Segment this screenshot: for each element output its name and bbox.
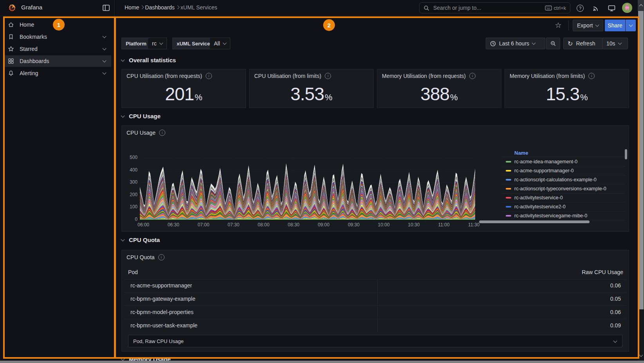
legend-item[interactable]: rc-acme-supportmanager-0 (502, 166, 625, 175)
refresh-button[interactable]: ↻ Refresh (563, 38, 602, 49)
y-axis-tick-label: 0 (123, 217, 137, 222)
chevron-down-icon[interactable] (103, 71, 107, 75)
user-avatar[interactable] (622, 3, 632, 13)
window-bottom-edge (0, 361, 644, 363)
table-cell-pod: rc-bpmn-model-properties (130, 309, 194, 315)
x-axis-tick-label: 08:30 (285, 222, 302, 228)
refresh-interval-picker[interactable]: 10s (602, 38, 628, 49)
column-header-pod[interactable]: Pod (128, 269, 138, 275)
top-navigation-bar: Grafana Home Dashboards xUML Services ct… (0, 0, 644, 16)
table-cell-pod: rc-acme-supportmanager (130, 282, 192, 289)
annotation-badge-1: 1 (53, 19, 65, 31)
search-input[interactable] (432, 4, 542, 11)
annotation-badge-2: 2 (323, 19, 335, 31)
cpu-quota-panel: CPU Quota i Pod Raw CPU Usage rc-acme-su… (121, 250, 629, 352)
column-header-raw-cpu-usage[interactable]: Raw CPU Usage (582, 269, 623, 275)
legend-vertical-scrollbar[interactable] (625, 149, 627, 159)
table-cell-pod: rc-bpmn-user-task-example (130, 322, 197, 329)
x-axis-tick-label: 06:30 (165, 222, 182, 228)
section-cpu-usage[interactable]: CPU Usage (121, 113, 161, 119)
chevron-down-icon[interactable] (103, 47, 107, 51)
search-bar[interactable]: ctrl+k (419, 2, 570, 13)
legend-item[interactable]: rc-activitytestservicegame-mibe-0 (502, 211, 625, 220)
x-axis-tick-label: 10:00 (375, 222, 393, 228)
scrollbar-down-arrow[interactable] (638, 351, 644, 360)
time-range-picker[interactable]: Last 6 hours (486, 38, 545, 49)
table-row: rc-bpmn-model-properties0.06 (124, 306, 626, 319)
zoom-out-button[interactable] (546, 38, 560, 49)
grafana-logo-icon[interactable] (8, 4, 16, 12)
table-cell-raw-cpu-usage: 0.09 (610, 322, 621, 329)
legend-item[interactable]: rc-activitytestservice-0 (502, 193, 625, 202)
export-button[interactable]: Export (573, 20, 603, 31)
sidebar-toggle-icon[interactable] (103, 5, 110, 11)
stat-panel-0: CPU Utilisation (from requests)i201% (121, 69, 246, 108)
info-icon[interactable]: i (588, 73, 595, 79)
section-cpu-quota[interactable]: CPU Quota (121, 237, 160, 243)
stat-panel-title: Memory Utilisation (from limits)i (510, 73, 595, 79)
series-color-swatch-icon (506, 170, 511, 172)
sidebar-item-dashboards[interactable]: Dashboards (5, 55, 111, 67)
share-caret-button[interactable] (626, 20, 636, 31)
legend-item[interactable]: rc-acme-idea-management-0 (502, 157, 625, 166)
table-cell-raw-cpu-usage: 0.06 (610, 282, 621, 289)
info-icon[interactable]: i (469, 73, 476, 79)
scrollbar-up-arrow[interactable] (638, 0, 644, 11)
bookmark-icon (8, 34, 14, 40)
refresh-icon: ↻ (568, 40, 573, 47)
breadcrumb-home[interactable]: Home (125, 4, 139, 11)
stat-value: 3.53% (250, 83, 373, 105)
x-axis-tick-label: 10:30 (405, 222, 422, 228)
variable-platform-value[interactable]: rc (148, 38, 167, 49)
variable-xuml-service-value[interactable]: All (210, 38, 230, 49)
share-button[interactable]: Share (605, 20, 625, 31)
x-axis-tick-label: 09:30 (345, 222, 362, 228)
section-overall-statistics[interactable]: Overall statistics (121, 57, 176, 63)
sidebar-nav: HomeBookmarksStarredDashboardsAlerting (0, 16, 114, 363)
stat-panel-title: CPU Utilisation (from limits)i (254, 73, 331, 79)
sidebar-item-alerting[interactable]: Alerting (5, 67, 111, 79)
cpu-quota-panel-title: CPU Quota i (127, 254, 165, 260)
info-icon[interactable]: i (159, 130, 165, 136)
legend-item[interactable]: rc-actionscript-calculations-example-0 (502, 175, 625, 184)
legend-horizontal-scrollbar[interactable] (479, 220, 590, 223)
sidebar-item-bookmarks[interactable]: Bookmarks (5, 31, 111, 43)
breadcrumb-separator-icon (175, 5, 179, 9)
legend-series-name: rc-activitytestservice-0 (514, 195, 563, 200)
legend-series-name: rc-acme-supportmanager-0 (514, 168, 573, 173)
y-axis-tick-label: 300 (123, 179, 137, 185)
stat-value: 388% (377, 83, 501, 105)
sidebar-item-label: Starred (20, 46, 38, 52)
keyboard-icon (545, 5, 552, 11)
clock-icon (490, 41, 496, 47)
monitor-icon[interactable] (607, 4, 616, 13)
info-icon[interactable]: i (158, 254, 165, 260)
apps-icon (8, 58, 14, 64)
table-cell-raw-cpu-usage: 0.06 (610, 309, 621, 315)
table-fields-select[interactable]: Pod, Raw CPU Usage (128, 335, 622, 347)
legend-header[interactable]: Name (514, 150, 528, 156)
info-icon[interactable]: i (206, 73, 212, 79)
table-cell-pod: rc-bpmn-gateway-example (130, 296, 195, 302)
help-icon[interactable]: ? (576, 4, 584, 13)
legend-header-row: Name (502, 148, 625, 157)
legend-item[interactable]: rc-actionscript-typeconversions-example-… (502, 184, 625, 193)
x-axis-tick-label: 07:00 (195, 222, 212, 228)
info-icon[interactable]: i (325, 73, 331, 79)
star-icon (8, 46, 14, 52)
news-rss-icon[interactable] (592, 4, 600, 13)
y-axis-tick-label: 400 (123, 167, 137, 173)
breadcrumb-dashboards[interactable]: Dashboards (145, 4, 175, 11)
stat-panel-1: CPU Utilisation (from limits)i3.53% (249, 69, 374, 108)
chevron-down-icon[interactable] (103, 34, 107, 38)
x-axis-tick-label: 07:30 (225, 222, 242, 228)
legend-item[interactable]: rc-activitytestservice2-0 (502, 202, 625, 211)
legend-series-name: rc-activitytestservice2-0 (514, 204, 566, 209)
sidebar-item-starred[interactable]: Starred (5, 43, 111, 55)
x-axis-tick-label: 06:00 (135, 222, 152, 228)
chevron-down-icon[interactable] (103, 59, 107, 63)
series-color-swatch-icon (506, 188, 511, 190)
scrollbar-thumb[interactable] (638, 11, 644, 309)
favorite-star-icon[interactable]: ☆ (554, 21, 563, 30)
series-color-swatch-icon (506, 197, 511, 199)
